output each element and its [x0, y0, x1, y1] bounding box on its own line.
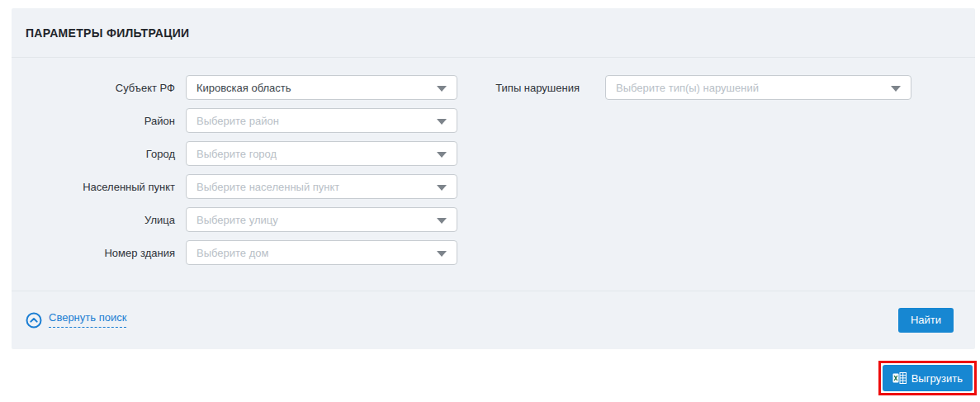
subject-rf-select[interactable]: Кировская область — [186, 75, 457, 100]
violation-types-label: Типы нарушения — [474, 82, 580, 94]
panel-footer: Свернуть поиск Найти — [12, 291, 975, 348]
find-button[interactable]: Найти — [898, 308, 954, 333]
building-number-placeholder: Выберите дом — [196, 247, 268, 259]
filter-panel: ПАРАМЕТРЫ ФИЛЬТРАЦИИ Субъект РФ Кировска… — [12, 8, 975, 349]
collapse-search-link[interactable]: Свернуть поиск — [26, 312, 126, 329]
settlement-select[interactable]: Выберите населенный пункт — [186, 174, 457, 199]
chevron-down-icon — [437, 119, 447, 125]
form-row-district: Район Выберите район — [12, 108, 975, 133]
district-select[interactable]: Выберите район — [186, 108, 457, 133]
form-row-street: Улица Выберите улицу — [12, 207, 975, 232]
chevron-down-icon — [437, 185, 447, 191]
panel-title: ПАРАМЕТРЫ ФИЛЬТРАЦИИ — [26, 26, 189, 40]
city-select[interactable]: Выберите город — [186, 141, 457, 166]
page: ПАРАМЕТРЫ ФИЛЬТРАЦИИ Субъект РФ Кировска… — [0, 8, 980, 395]
violation-types-select[interactable]: Выберите тип(ы) нарушений — [605, 75, 911, 100]
filter-column-right: Типы нарушения Выберите тип(ы) нарушений — [474, 75, 911, 100]
form-row-building-number: Номер здания Выберите дом — [12, 240, 975, 265]
excel-icon — [892, 372, 907, 384]
city-placeholder: Выберите город — [196, 148, 277, 160]
form-row-city: Город Выберите город — [12, 141, 975, 166]
export-button-label: Выгрузить — [911, 372, 963, 385]
building-number-label: Номер здания — [12, 247, 175, 259]
subject-rf-value: Кировская область — [196, 82, 291, 94]
chevron-down-icon — [891, 86, 901, 92]
chevron-down-icon — [437, 218, 447, 224]
subject-rf-label: Субъект РФ — [12, 82, 175, 94]
panel-header: ПАРАМЕТРЫ ФИЛЬТРАЦИИ — [12, 8, 975, 58]
collapse-search-label: Свернуть поиск — [49, 311, 126, 328]
highlight-annotation: Выгрузить — [878, 361, 977, 395]
chevron-up-circle-icon — [26, 312, 42, 329]
filter-column-left: Субъект РФ Кировская область Район Выбер… — [12, 75, 975, 265]
export-row: Выгрузить — [0, 361, 977, 395]
district-label: Район — [12, 115, 175, 127]
form-row-settlement: Населенный пункт Выберите населенный пун… — [12, 174, 975, 199]
filter-form: Субъект РФ Кировская область Район Выбер… — [12, 58, 975, 291]
chevron-down-icon — [437, 86, 447, 92]
violation-types-placeholder: Выберите тип(ы) нарушений — [616, 82, 759, 94]
settlement-placeholder: Выберите населенный пункт — [196, 181, 339, 193]
building-number-select[interactable]: Выберите дом — [186, 240, 457, 265]
chevron-down-icon — [437, 152, 447, 158]
export-button[interactable]: Выгрузить — [883, 365, 973, 391]
settlement-label: Населенный пункт — [12, 181, 175, 193]
street-label: Улица — [12, 214, 175, 226]
city-label: Город — [12, 148, 175, 160]
chevron-down-icon — [437, 251, 447, 257]
street-select[interactable]: Выберите улицу — [186, 207, 457, 232]
street-placeholder: Выберите улицу — [196, 214, 278, 226]
district-placeholder: Выберите район — [196, 115, 279, 127]
